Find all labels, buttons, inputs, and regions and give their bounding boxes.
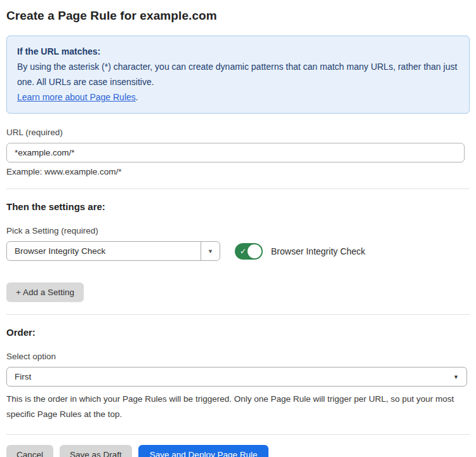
setting-toggle-group: ✓ Browser Integrity Check — [235, 243, 366, 260]
toggle-knob — [248, 244, 261, 258]
check-icon: ✓ — [240, 248, 246, 255]
order-select[interactable]: First ▼ — [6, 367, 467, 387]
setting-dropdown[interactable]: Browser Integrity Check ▼ — [6, 241, 220, 261]
page-rule-form: Create a Page Rule for example.com If th… — [0, 0, 476, 457]
divider — [6, 314, 470, 315]
order-helper-text: This is the order in which your Page Rul… — [6, 392, 467, 421]
divider — [6, 434, 470, 435]
page-title: Create a Page Rule for example.com — [6, 9, 470, 23]
order-select-value: First — [15, 372, 31, 381]
browser-integrity-toggle[interactable]: ✓ — [235, 243, 263, 260]
url-field-label: URL (required) — [6, 128, 470, 137]
pick-setting-label: Pick a Setting (required) — [6, 226, 470, 235]
chevron-down-icon: ▼ — [208, 248, 213, 255]
info-box-body: By using the asterisk (*) character, you… — [17, 59, 459, 89]
save-deploy-button[interactable]: Save and Deploy Page Rule — [138, 445, 269, 457]
url-input[interactable] — [6, 143, 465, 162]
order-section-heading: Order: — [6, 327, 470, 338]
save-draft-button[interactable]: Save as Draft — [60, 445, 132, 457]
url-match-info-box: If the URL matches: By using the asteris… — [6, 36, 470, 114]
url-example-helper: Example: www.example.com/* — [6, 167, 470, 176]
divider — [6, 189, 470, 189]
chevron-down-icon: ▼ — [453, 374, 459, 380]
info-box-heading: If the URL matches: — [17, 44, 459, 59]
settings-section-heading: Then the settings are: — [6, 201, 470, 212]
info-box-link-line: Learn more about Page Rules. — [17, 89, 459, 105]
learn-more-link[interactable]: Learn more about Page Rules — [17, 92, 136, 102]
order-select-label: Select option — [6, 352, 470, 361]
cancel-button[interactable]: Cancel — [6, 445, 53, 457]
setting-dropdown-value: Browser Integrity Check — [7, 242, 201, 260]
add-setting-button[interactable]: + Add a Setting — [6, 282, 84, 302]
setting-dropdown-button[interactable]: ▼ — [201, 242, 220, 260]
setting-row: Browser Integrity Check ▼ ✓ Browser Inte… — [6, 241, 470, 261]
footer-actions: Cancel Save as Draft Save and Deploy Pag… — [6, 445, 470, 457]
toggle-label: Browser Integrity Check — [271, 246, 366, 256]
link-suffix: . — [136, 92, 138, 102]
